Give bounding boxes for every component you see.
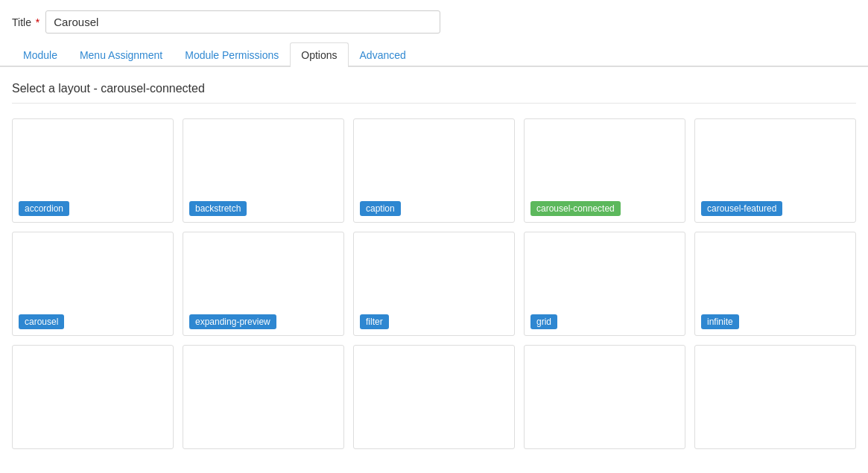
layout-badge-carousel-featured: carousel-featured — [701, 201, 782, 216]
layout-card-expanding-preview[interactable]: expanding-preview — [183, 232, 344, 336]
layout-badge-caption: caption — [360, 201, 401, 216]
tab-module[interactable]: Module — [12, 42, 69, 67]
layout-badge-infinite: infinite — [701, 314, 739, 329]
layout-card-filter[interactable]: filter — [353, 232, 515, 336]
tab-module-permissions[interactable]: Module Permissions — [174, 42, 290, 67]
layout-badge-filter: filter — [360, 314, 389, 329]
layout-card-accordion[interactable]: accordion — [12, 118, 174, 223]
layout-card-carousel-featured[interactable]: carousel-featured — [694, 118, 856, 223]
section-heading: Select a layout - carousel-connected — [0, 67, 868, 103]
title-label: Title * — [12, 16, 39, 28]
layout-row-3 — [12, 345, 856, 449]
tabs-bar: Module Menu Assignment Module Permission… — [0, 42, 868, 67]
layout-badge-accordion: accordion — [19, 201, 69, 216]
layout-badge-carousel-connected: carousel-connected — [530, 201, 621, 216]
layout-badge-grid: grid — [530, 314, 557, 329]
layout-card-empty-3[interactable] — [353, 345, 515, 449]
layout-card-empty-4[interactable] — [524, 345, 685, 449]
layout-row-1: accordion backstretch caption carousel-c… — [12, 118, 856, 223]
layout-row-2: carousel expanding-preview filter grid i… — [12, 232, 856, 336]
layout-badge-backstretch: backstretch — [189, 201, 247, 216]
tab-menu-assignment[interactable]: Menu Assignment — [69, 42, 174, 67]
layout-card-empty-1[interactable] — [12, 345, 174, 449]
layout-badge-expanding-preview: expanding-preview — [189, 314, 276, 329]
layout-card-backstretch[interactable]: backstretch — [183, 118, 344, 223]
title-input[interactable] — [45, 10, 440, 34]
layout-card-carousel[interactable]: carousel — [12, 232, 174, 336]
layout-card-grid[interactable]: grid — [524, 232, 685, 336]
layout-card-carousel-connected[interactable]: carousel-connected — [524, 118, 685, 223]
tab-options[interactable]: Options — [290, 42, 348, 67]
layout-card-caption[interactable]: caption — [353, 118, 515, 223]
layout-card-empty-2[interactable] — [183, 345, 344, 449]
layout-card-infinite[interactable]: infinite — [694, 232, 856, 336]
tab-advanced[interactable]: Advanced — [349, 42, 417, 67]
layout-badge-carousel: carousel — [19, 314, 64, 329]
layout-card-empty-5[interactable] — [694, 345, 856, 449]
title-row: Title * — [0, 0, 868, 42]
layout-grid: accordion backstretch caption carousel-c… — [0, 104, 868, 464]
